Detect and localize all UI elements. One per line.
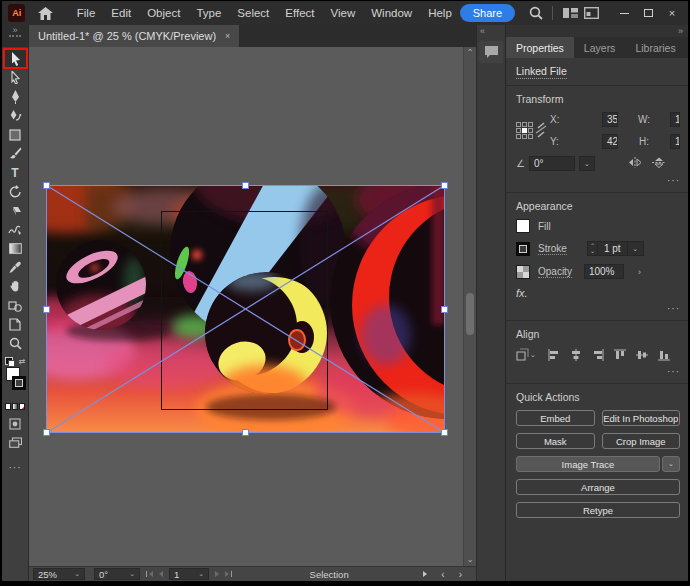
expand-tools-icon[interactable]: » — [12, 25, 17, 35]
stroke-weight-stepper[interactable]: ⌃ ⌄ — [587, 241, 597, 256]
selection-tool[interactable] — [4, 49, 27, 68]
zoom-level-select[interactable]: 25% ⌄ — [33, 568, 85, 580]
vertical-scrollbar-thumb[interactable] — [466, 293, 474, 335]
tools-grip-handle[interactable] — [9, 35, 21, 37]
type-tool[interactable]: T — [4, 163, 27, 182]
align-left-button[interactable] — [547, 347, 562, 362]
menu-view[interactable]: View — [323, 3, 364, 23]
gradient-mode-button[interactable] — [12, 403, 18, 410]
menu-type[interactable]: Type — [188, 3, 229, 23]
canvas[interactable]: ⌃ ⌄ — [29, 47, 476, 566]
paintbrush-tool[interactable] — [4, 144, 27, 163]
gradient-tool[interactable] — [4, 239, 27, 258]
horizontal-scrollbar[interactable]: ‹ › — [423, 569, 472, 580]
tab-properties[interactable]: Properties — [506, 37, 574, 58]
drawing-modes-button[interactable] — [4, 414, 27, 433]
comments-panel-button[interactable] — [479, 41, 503, 63]
panel-layout-icon[interactable] — [581, 3, 602, 23]
selection-handle-top-left[interactable] — [43, 182, 50, 189]
effects-button[interactable]: fx. — [516, 287, 528, 299]
pen-tool[interactable] — [4, 87, 27, 106]
embed-button[interactable]: Embed — [516, 410, 595, 426]
scroll-left-icon[interactable]: ‹ — [441, 569, 444, 580]
opacity-flyout-icon[interactable]: › — [638, 267, 641, 277]
tab-layers[interactable]: Layers — [574, 37, 626, 58]
previous-artboard-button[interactable] — [159, 571, 163, 577]
menu-object[interactable]: Object — [139, 3, 188, 23]
rotation-select[interactable]: 0° ⌄ — [94, 568, 140, 580]
scroll-up-icon[interactable]: ⌃ — [464, 47, 476, 59]
rotate-tool[interactable] — [4, 182, 27, 201]
color-mode-button[interactable] — [5, 403, 11, 410]
hand-tool[interactable] — [4, 277, 27, 296]
shaper-tool[interactable] — [4, 220, 27, 239]
align-more-options[interactable]: ··· — [516, 366, 680, 377]
selection-handle-middle-left[interactable] — [43, 306, 50, 313]
image-trace-dropdown[interactable]: ⌄ — [662, 456, 680, 472]
eraser-tool[interactable] — [4, 201, 27, 220]
constrain-proportions-icon[interactable] — [534, 121, 550, 141]
minimize-button[interactable] — [612, 3, 636, 23]
h-input[interactable]: 1050 px — [670, 134, 680, 149]
crop-image-button[interactable]: Crop Image — [602, 433, 681, 449]
align-top-button[interactable] — [613, 347, 628, 362]
document-tab-close-icon[interactable]: × — [225, 31, 230, 41]
mask-button[interactable]: Mask — [516, 433, 595, 449]
search-icon[interactable] — [525, 3, 546, 23]
stroke-weight-input[interactable]: 1 pt — [597, 241, 628, 256]
document-tab[interactable]: Untitled-1* @ 25 % (CMYK/Preview) × — [29, 25, 239, 47]
expand-panel-icon[interactable]: « — [477, 25, 485, 37]
rotate-angle-dropdown[interactable]: ⌄ — [579, 156, 595, 171]
menu-select[interactable]: Select — [229, 3, 277, 23]
opacity-label[interactable]: Opacity — [538, 266, 572, 278]
stroke-color-swatch[interactable] — [516, 242, 530, 256]
collapse-panel-icon[interactable]: » — [678, 26, 683, 36]
w-input[interactable]: 1680 px — [670, 112, 680, 127]
appearance-more-options[interactable]: ··· — [516, 303, 680, 314]
linked-file-link[interactable]: Linked File — [516, 65, 567, 79]
align-vertical-center-button[interactable] — [635, 347, 650, 362]
maximize-button[interactable] — [636, 3, 660, 23]
stroke-label[interactable]: Stroke — [538, 243, 567, 255]
stroke-weight-dropdown[interactable]: ⌄ — [628, 241, 644, 256]
retype-button[interactable]: Retype — [516, 502, 680, 518]
transform-more-options[interactable]: ··· — [516, 175, 680, 186]
artboard-number-select[interactable]: 1 ⌄ — [169, 568, 209, 580]
swap-fill-stroke-icon[interactable]: ⇄ — [19, 357, 26, 366]
artboard-tool[interactable] — [4, 315, 27, 334]
selection-handle-middle-right[interactable] — [441, 306, 448, 313]
direct-selection-tool[interactable] — [4, 68, 27, 87]
rotate-angle-input[interactable]: 0° — [529, 156, 575, 171]
menu-file[interactable]: File — [69, 3, 104, 23]
first-artboard-button[interactable] — [149, 571, 153, 577]
rectangle-tool[interactable] — [4, 125, 27, 144]
flip-vertical-button[interactable] — [652, 157, 666, 170]
fill-color-swatch[interactable] — [516, 219, 530, 233]
selection-handle-top-center[interactable] — [242, 182, 249, 189]
status-flyout-icon[interactable] — [423, 571, 427, 577]
arrange-button[interactable]: Arrange — [516, 479, 680, 495]
illustrator-logo-icon[interactable]: Ai — [8, 4, 25, 22]
scroll-down-icon[interactable]: ⌄ — [464, 554, 476, 566]
menu-edit[interactable]: Edit — [103, 3, 139, 23]
align-bottom-button[interactable] — [657, 347, 672, 362]
opacity-input[interactable]: 100% — [584, 264, 624, 279]
align-to-selection-dropdown[interactable]: ⌄ — [516, 348, 536, 361]
share-button[interactable]: Share — [460, 4, 515, 22]
align-horizontal-center-button[interactable] — [569, 347, 584, 362]
y-input[interactable]: 420.9449 p — [602, 134, 618, 149]
flip-horizontal-button[interactable] — [628, 157, 642, 170]
image-trace-button[interactable]: Image Trace — [516, 456, 660, 472]
tools-panel-header[interactable]: » — [2, 25, 28, 47]
align-right-button[interactable] — [591, 347, 606, 362]
selection-handle-bottom-center[interactable] — [242, 429, 249, 436]
eyedropper-tool[interactable] — [4, 258, 27, 277]
vertical-scrollbar[interactable]: ⌃ ⌄ — [463, 47, 476, 566]
edit-toolbar-button[interactable]: ··· — [9, 462, 22, 473]
workspace-switcher-icon[interactable] — [559, 3, 580, 23]
none-mode-button[interactable] — [19, 403, 25, 410]
screen-mode-button[interactable] — [4, 433, 27, 452]
last-artboard-button[interactable] — [225, 571, 229, 577]
selection-handle-bottom-left[interactable] — [43, 429, 50, 436]
selection-handle-bottom-right[interactable] — [441, 429, 448, 436]
